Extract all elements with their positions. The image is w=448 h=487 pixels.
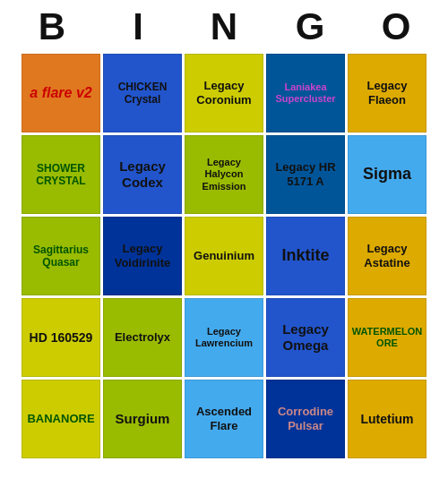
bingo-cell-9[interactable]: Sigma [348,135,426,214]
bingo-cell-13[interactable]: Inktite [266,217,345,295]
bingo-cell-4[interactable]: Legacy Flaeon [348,54,426,132]
bingo-cell-12[interactable]: Genuinium [185,217,263,295]
bingo-letter-o: O [357,5,435,48]
bingo-letter-b: B [13,5,91,48]
bingo-cell-21[interactable]: Surgium [103,380,182,458]
bingo-grid: a flare v2CHICKEN CrystalLegacy Coronium… [20,52,428,460]
bingo-cell-18[interactable]: Legacy Omega [266,298,345,377]
bingo-letter-g: G [271,5,349,48]
bingo-cell-0[interactable]: a flare v2 [22,54,100,132]
bingo-letter-i: I [99,5,177,48]
bingo-cell-10[interactable]: Sagittarius Quasar [22,217,100,295]
bingo-cell-14[interactable]: Legacy Astatine [348,217,426,295]
bingo-cell-22[interactable]: Ascended Flare [185,380,263,458]
bingo-cell-24[interactable]: Lutetium [348,380,426,458]
bingo-cell-15[interactable]: HD 160529 [22,298,100,377]
bingo-cell-1[interactable]: CHICKEN Crystal [103,54,182,132]
bingo-cell-17[interactable]: Legacy Lawrencium [185,298,263,377]
bingo-letter-n: N [185,5,263,48]
bingo-cell-19[interactable]: WATERMELON ORE [348,298,426,377]
bingo-cell-8[interactable]: Legacy HR 5171 A [266,135,345,214]
bingo-cell-2[interactable]: Legacy Coronium [185,54,263,132]
bingo-cell-23[interactable]: Corrodine Pulsar [266,380,345,458]
bingo-cell-11[interactable]: Legacy Voidirinite [103,217,182,295]
bingo-cell-16[interactable]: Electrolyx [103,298,182,377]
bingo-cell-3[interactable]: Laniakea Supercluster [266,54,345,132]
bingo-cell-6[interactable]: Legacy Codex [103,135,182,214]
bingo-cell-20[interactable]: BANANORE [22,380,100,458]
bingo-cell-7[interactable]: Legacy Halycon Emission [185,135,263,214]
bingo-cell-5[interactable]: SHOWER CRYSTAL [22,135,100,214]
bingo-header: BINGO [9,0,439,52]
